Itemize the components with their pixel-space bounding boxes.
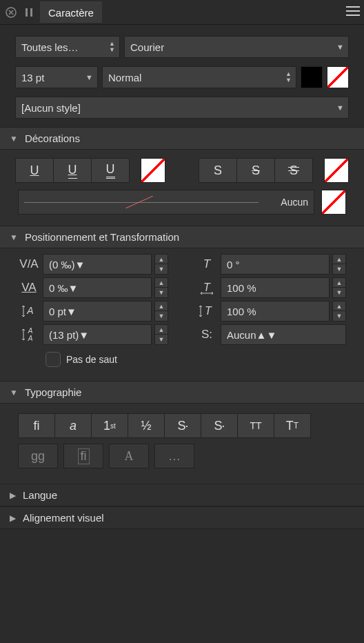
kerning-icon: V/A: [18, 257, 40, 271]
svg-text:T: T: [203, 281, 211, 293]
panel-header: Caractère: [0, 0, 364, 25]
baseline-stepper[interactable]: ▲▼: [154, 301, 168, 322]
font-size-value: 13 pt: [21, 72, 44, 83]
vscale-stepper[interactable]: ▲▼: [332, 301, 346, 322]
strike-color-swatch[interactable]: [324, 158, 349, 183]
panel-menu-icon[interactable]: [346, 6, 360, 18]
subscript-button[interactable]: S•: [201, 413, 238, 438]
decorations-label: Décorations: [25, 132, 80, 144]
language-section: ▶ Langue: [0, 484, 364, 506]
discretionary-ligatures-button[interactable]: gg: [18, 444, 58, 468]
hscale-input[interactable]: 100 %: [221, 277, 330, 298]
disclosure-triangle-icon: ▶: [10, 513, 16, 523]
font-style-value: Normal: [108, 72, 141, 83]
svg-rect-1: [26, 8, 28, 17]
strike-none-button[interactable]: S: [199, 158, 237, 183]
shear-input[interactable]: 0 °: [221, 254, 330, 275]
more-typography-button[interactable]: …: [154, 444, 194, 468]
ordinals-button[interactable]: 1st: [91, 413, 128, 438]
tracking-icon: VA: [18, 281, 40, 295]
stylistic-set-icon: S:: [196, 328, 218, 342]
leading-stepper[interactable]: ▲▼: [154, 324, 168, 345]
positioning-section: ▼ Positionnement et Transformation V/A (…: [0, 226, 364, 381]
font-family-value: Courier: [130, 41, 164, 53]
underline-group: U U U: [15, 158, 130, 183]
text-color-swatch[interactable]: [301, 66, 323, 88]
panel-tab-character[interactable]: Caractère: [40, 1, 102, 23]
stylistic-alt-button[interactable]: A: [109, 444, 149, 468]
fractions-button[interactable]: ½: [128, 413, 165, 438]
font-style-select[interactable]: Normal ▲▼: [102, 66, 296, 88]
typography-section: ▼ Typographie fi a 1st ½ S• S• TT TT gg …: [0, 381, 364, 484]
svg-text:T: T: [205, 305, 212, 317]
close-icon[interactable]: [4, 6, 18, 19]
ligatures-button[interactable]: fi: [18, 413, 55, 438]
disclosure-triangle-icon: ▶: [10, 491, 16, 500]
stylistic-set-select[interactable]: Aucun▲▼: [221, 324, 346, 345]
smallcaps-button[interactable]: TT: [274, 413, 311, 438]
typography-header[interactable]: ▼ Typographie: [0, 381, 364, 404]
swash-button[interactable]: a: [54, 413, 92, 438]
optical-section: ▶ Alignement visuel: [0, 506, 364, 529]
font-size-select[interactable]: 13 pt ▼: [15, 66, 98, 88]
allcaps-button[interactable]: TT: [237, 413, 274, 438]
strike-position-slider[interactable]: Aucun: [18, 190, 314, 215]
optical-header[interactable]: ▶ Alignement visuel: [0, 506, 364, 529]
strike-line-color-swatch[interactable]: [321, 190, 346, 215]
tracking-input[interactable]: 0 ‰▼: [43, 277, 152, 298]
language-label: Langue: [23, 489, 57, 501]
tracking-stepper[interactable]: ▲▼: [154, 277, 168, 298]
underline-single-button[interactable]: U: [15, 158, 54, 183]
baseline-input[interactable]: 0 pt▼: [43, 301, 152, 322]
decorations-header[interactable]: ▼ Décorations: [0, 127, 364, 150]
baseline-icon: A: [18, 304, 40, 318]
disclosure-triangle-icon: ▼: [10, 134, 18, 144]
vscale-input[interactable]: 100 %: [221, 301, 330, 322]
text-bg-swatch[interactable]: [327, 66, 349, 88]
leading-input[interactable]: (13 pt)▼: [43, 324, 152, 345]
optical-label: Alignement visuel: [23, 512, 104, 524]
char-style-select[interactable]: [Aucun style] ▼: [15, 97, 349, 119]
superscript-button[interactable]: S•: [164, 413, 201, 438]
disclosure-triangle-icon: ▼: [10, 388, 18, 397]
strike-position-value: Aucun: [281, 197, 308, 208]
shear-icon: T: [196, 257, 218, 271]
svg-text:A: A: [26, 305, 33, 316]
font-collection-value: Toutes les…: [21, 41, 79, 53]
svg-text:A: A: [28, 328, 33, 335]
positioning-label: Positionnement et Transformation: [25, 231, 179, 243]
underline-double-button[interactable]: U: [91, 158, 130, 183]
hscale-stepper[interactable]: ▲▼: [332, 277, 346, 298]
no-break-label: Pas de saut: [66, 354, 117, 365]
underline-color-swatch[interactable]: [141, 158, 165, 183]
svg-line-3: [125, 196, 153, 208]
hscale-icon: T: [196, 281, 218, 295]
vscale-icon: T: [196, 304, 218, 318]
underline-word-button[interactable]: U: [53, 158, 92, 183]
no-break-checkbox[interactable]: [46, 352, 61, 367]
font-controls: Toutes les… ▲▼ Courier ▼ 13 pt ▼ Normal …: [0, 25, 364, 127]
historical-ligatures-button[interactable]: fi: [63, 444, 103, 468]
positioning-header[interactable]: ▼ Positionnement et Transformation: [0, 226, 364, 248]
svg-rect-2: [30, 8, 32, 17]
leading-icon: AA: [18, 328, 40, 342]
disclosure-triangle-icon: ▼: [10, 233, 18, 242]
strike-double-button[interactable]: S: [274, 158, 313, 183]
svg-text:A: A: [28, 335, 33, 342]
kerning-input[interactable]: (0 ‰)▼: [43, 254, 152, 275]
decorations-section: ▼ Décorations U U U S S S Aucun: [0, 127, 364, 226]
typography-label: Typographie: [25, 386, 82, 398]
char-style-value: [Aucun style]: [21, 102, 81, 114]
strike-group: S S S: [199, 158, 313, 183]
font-collection-select[interactable]: Toutes les… ▲▼: [15, 36, 120, 58]
language-header[interactable]: ▶ Langue: [0, 484, 364, 506]
shear-stepper[interactable]: ▲▼: [332, 254, 346, 275]
kerning-stepper[interactable]: ▲▼: [154, 254, 168, 275]
strike-single-button[interactable]: S: [236, 158, 275, 183]
pause-icon[interactable]: [22, 6, 36, 19]
font-family-select[interactable]: Courier ▼: [124, 36, 349, 58]
